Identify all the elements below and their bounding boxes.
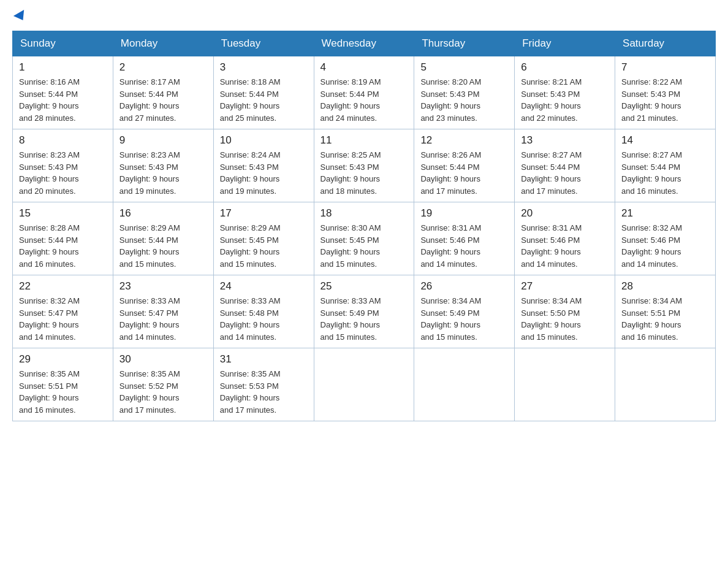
day-info: Sunrise: 8:25 AM Sunset: 5:43 PM Dayligh… (320, 149, 408, 197)
calendar-cell: 8 Sunrise: 8:23 AM Sunset: 5:43 PM Dayli… (13, 129, 113, 202)
day-number: 13 (521, 134, 609, 147)
day-info: Sunrise: 8:30 AM Sunset: 5:45 PM Dayligh… (320, 222, 408, 270)
calendar-cell: 5 Sunrise: 8:20 AM Sunset: 5:43 PM Dayli… (414, 56, 515, 129)
day-info: Sunrise: 8:31 AM Sunset: 5:46 PM Dayligh… (420, 222, 508, 270)
day-info: Sunrise: 8:31 AM Sunset: 5:46 PM Dayligh… (521, 222, 609, 270)
weekday-header-monday: Monday (113, 31, 213, 56)
day-info: Sunrise: 8:33 AM Sunset: 5:47 PM Dayligh… (119, 295, 207, 343)
calendar-cell: 12 Sunrise: 8:26 AM Sunset: 5:44 PM Dayl… (414, 129, 515, 202)
day-number: 3 (220, 61, 308, 74)
calendar-week-row: 15 Sunrise: 8:28 AM Sunset: 5:44 PM Dayl… (13, 202, 716, 275)
calendar-cell: 20 Sunrise: 8:31 AM Sunset: 5:46 PM Dayl… (515, 202, 615, 275)
calendar-cell: 3 Sunrise: 8:18 AM Sunset: 5:44 PM Dayli… (213, 56, 314, 129)
day-info: Sunrise: 8:27 AM Sunset: 5:44 PM Dayligh… (621, 149, 709, 197)
day-info: Sunrise: 8:19 AM Sunset: 5:44 PM Dayligh… (320, 76, 408, 124)
day-number: 17 (220, 207, 308, 220)
calendar-cell: 13 Sunrise: 8:27 AM Sunset: 5:44 PM Dayl… (515, 129, 615, 202)
day-number: 25 (320, 280, 408, 293)
weekday-header-wednesday: Wednesday (314, 31, 414, 56)
day-number: 8 (19, 134, 107, 147)
calendar-cell: 14 Sunrise: 8:27 AM Sunset: 5:44 PM Dayl… (615, 129, 716, 202)
calendar-cell: 22 Sunrise: 8:32 AM Sunset: 5:47 PM Dayl… (13, 275, 113, 348)
day-number: 19 (420, 207, 508, 220)
day-info: Sunrise: 8:35 AM Sunset: 5:51 PM Dayligh… (19, 368, 107, 416)
calendar-table: SundayMondayTuesdayWednesdayThursdayFrid… (12, 31, 716, 421)
day-number: 22 (19, 280, 107, 293)
day-number: 27 (521, 280, 609, 293)
day-number: 1 (19, 61, 107, 74)
calendar-cell: 11 Sunrise: 8:25 AM Sunset: 5:43 PM Dayl… (314, 129, 414, 202)
calendar-week-row: 29 Sunrise: 8:35 AM Sunset: 5:51 PM Dayl… (13, 348, 716, 421)
day-info: Sunrise: 8:23 AM Sunset: 5:43 PM Dayligh… (19, 149, 107, 197)
day-info: Sunrise: 8:21 AM Sunset: 5:43 PM Dayligh… (521, 76, 609, 124)
calendar-cell: 7 Sunrise: 8:22 AM Sunset: 5:43 PM Dayli… (615, 56, 716, 129)
day-info: Sunrise: 8:20 AM Sunset: 5:43 PM Dayligh… (420, 76, 508, 124)
calendar-cell: 4 Sunrise: 8:19 AM Sunset: 5:44 PM Dayli… (314, 56, 414, 129)
day-number: 31 (220, 353, 308, 366)
day-number: 9 (119, 134, 207, 147)
day-number: 7 (621, 61, 709, 74)
day-number: 11 (320, 134, 408, 147)
calendar-cell (615, 348, 716, 421)
day-info: Sunrise: 8:35 AM Sunset: 5:53 PM Dayligh… (220, 368, 308, 416)
day-number: 28 (621, 280, 709, 293)
day-number: 26 (420, 280, 508, 293)
weekday-header-sunday: Sunday (13, 31, 113, 56)
calendar-cell: 16 Sunrise: 8:29 AM Sunset: 5:44 PM Dayl… (113, 202, 213, 275)
day-info: Sunrise: 8:17 AM Sunset: 5:44 PM Dayligh… (119, 76, 207, 124)
calendar-cell: 31 Sunrise: 8:35 AM Sunset: 5:53 PM Dayl… (213, 348, 314, 421)
day-info: Sunrise: 8:33 AM Sunset: 5:49 PM Dayligh… (320, 295, 408, 343)
day-number: 15 (19, 207, 107, 220)
day-number: 24 (220, 280, 308, 293)
day-number: 20 (521, 207, 609, 220)
calendar-cell: 26 Sunrise: 8:34 AM Sunset: 5:49 PM Dayl… (414, 275, 515, 348)
calendar-week-row: 8 Sunrise: 8:23 AM Sunset: 5:43 PM Dayli… (13, 129, 716, 202)
calendar-cell (515, 348, 615, 421)
day-info: Sunrise: 8:26 AM Sunset: 5:44 PM Dayligh… (420, 149, 508, 197)
day-info: Sunrise: 8:34 AM Sunset: 5:49 PM Dayligh… (420, 295, 508, 343)
day-info: Sunrise: 8:32 AM Sunset: 5:47 PM Dayligh… (19, 295, 107, 343)
day-number: 21 (621, 207, 709, 220)
calendar-cell: 6 Sunrise: 8:21 AM Sunset: 5:43 PM Dayli… (515, 56, 615, 129)
day-info: Sunrise: 8:29 AM Sunset: 5:45 PM Dayligh… (220, 222, 308, 270)
logo (12, 12, 27, 21)
day-number: 6 (521, 61, 609, 74)
day-info: Sunrise: 8:24 AM Sunset: 5:43 PM Dayligh… (220, 149, 308, 197)
calendar-cell: 24 Sunrise: 8:33 AM Sunset: 5:48 PM Dayl… (213, 275, 314, 348)
day-number: 16 (119, 207, 207, 220)
calendar-cell: 10 Sunrise: 8:24 AM Sunset: 5:43 PM Dayl… (213, 129, 314, 202)
calendar-cell: 27 Sunrise: 8:34 AM Sunset: 5:50 PM Dayl… (515, 275, 615, 348)
page-header (12, 12, 716, 21)
day-info: Sunrise: 8:34 AM Sunset: 5:51 PM Dayligh… (621, 295, 709, 343)
calendar-week-row: 22 Sunrise: 8:32 AM Sunset: 5:47 PM Dayl… (13, 275, 716, 348)
day-info: Sunrise: 8:29 AM Sunset: 5:44 PM Dayligh… (119, 222, 207, 270)
calendar-cell: 28 Sunrise: 8:34 AM Sunset: 5:51 PM Dayl… (615, 275, 716, 348)
day-number: 10 (220, 134, 308, 147)
day-info: Sunrise: 8:27 AM Sunset: 5:44 PM Dayligh… (521, 149, 609, 197)
day-number: 18 (320, 207, 408, 220)
calendar-cell: 25 Sunrise: 8:33 AM Sunset: 5:49 PM Dayl… (314, 275, 414, 348)
calendar-cell: 19 Sunrise: 8:31 AM Sunset: 5:46 PM Dayl… (414, 202, 515, 275)
logo-arrow-icon (13, 10, 28, 23)
calendar-cell: 17 Sunrise: 8:29 AM Sunset: 5:45 PM Dayl… (213, 202, 314, 275)
day-number: 12 (420, 134, 508, 147)
calendar-cell: 18 Sunrise: 8:30 AM Sunset: 5:45 PM Dayl… (314, 202, 414, 275)
calendar-cell: 30 Sunrise: 8:35 AM Sunset: 5:52 PM Dayl… (113, 348, 213, 421)
day-info: Sunrise: 8:32 AM Sunset: 5:46 PM Dayligh… (621, 222, 709, 270)
calendar-cell: 21 Sunrise: 8:32 AM Sunset: 5:46 PM Dayl… (615, 202, 716, 275)
day-info: Sunrise: 8:22 AM Sunset: 5:43 PM Dayligh… (621, 76, 709, 124)
calendar-week-row: 1 Sunrise: 8:16 AM Sunset: 5:44 PM Dayli… (13, 56, 716, 129)
calendar-cell: 2 Sunrise: 8:17 AM Sunset: 5:44 PM Dayli… (113, 56, 213, 129)
day-info: Sunrise: 8:35 AM Sunset: 5:52 PM Dayligh… (119, 368, 207, 416)
day-number: 23 (119, 280, 207, 293)
day-info: Sunrise: 8:28 AM Sunset: 5:44 PM Dayligh… (19, 222, 107, 270)
calendar-cell: 29 Sunrise: 8:35 AM Sunset: 5:51 PM Dayl… (13, 348, 113, 421)
day-number: 30 (119, 353, 207, 366)
weekday-header-tuesday: Tuesday (213, 31, 314, 56)
calendar-cell (414, 348, 515, 421)
calendar-cell: 9 Sunrise: 8:23 AM Sunset: 5:43 PM Dayli… (113, 129, 213, 202)
day-number: 14 (621, 134, 709, 147)
day-info: Sunrise: 8:16 AM Sunset: 5:44 PM Dayligh… (19, 76, 107, 124)
day-number: 5 (420, 61, 508, 74)
weekday-header-thursday: Thursday (414, 31, 515, 56)
